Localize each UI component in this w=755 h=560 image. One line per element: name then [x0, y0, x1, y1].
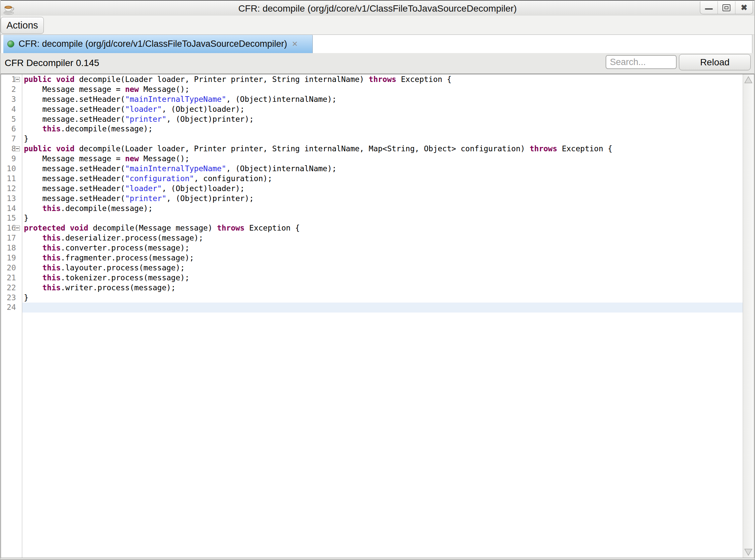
reload-button[interactable]: Reload — [679, 54, 751, 70]
token-keyword: throws — [529, 144, 557, 153]
fold-toggle-icon[interactable] — [15, 77, 20, 82]
token-text: message.setHeader( — [24, 174, 125, 183]
code-text[interactable]: message.setHeader("mainInternalTypeName"… — [22, 164, 743, 174]
code-text[interactable]: message.setHeader("printer", (Object)pri… — [22, 115, 743, 124]
code-text[interactable]: message.setHeader("configuration", confi… — [22, 174, 743, 184]
token-text — [24, 204, 42, 213]
code-text[interactable]: message.setHeader("loader", (Object)load… — [22, 184, 743, 194]
line-number: 3 — [11, 95, 16, 104]
gutter: 20 — [1, 263, 22, 273]
gutter: 18 — [1, 243, 22, 253]
window-controls: ✖ — [700, 1, 753, 14]
code-text[interactable]: } — [22, 134, 743, 144]
code-text[interactable]: message.setHeader("loader", (Object)load… — [22, 104, 743, 115]
tab-decompile[interactable]: CFR: decompile (org/jd/core/v1/ClassFile… — [3, 35, 313, 53]
tab-close-icon[interactable]: ✕ — [292, 40, 298, 48]
code-text[interactable]: protected void decompile(Message message… — [22, 223, 743, 233]
gutter: 14 — [1, 204, 22, 214]
code-line: 22 this.writer.process(message); — [1, 283, 743, 293]
close-button[interactable]: ✖ — [735, 1, 753, 14]
tab-bar: CFR: decompile (org/jd/core/v1/ClassFile… — [1, 35, 752, 54]
token-keyword: this — [42, 263, 60, 272]
token-keyword: this — [42, 254, 60, 262]
gutter: 8 — [1, 144, 22, 154]
menu-item-actions[interactable]: Actions — [1, 17, 44, 34]
token-text — [24, 234, 42, 242]
scroll-up-arrow-icon[interactable] — [744, 76, 753, 84]
code-text[interactable]: public void decompile(Loader loader, Pri… — [22, 144, 743, 154]
token-text: message.setHeader( — [24, 95, 125, 103]
line-number: 7 — [11, 134, 16, 144]
code-text[interactable]: this.decompile(message); — [22, 204, 743, 214]
line-number: 6 — [11, 124, 16, 134]
gutter: 10 — [1, 164, 22, 174]
token-text: } — [24, 134, 28, 143]
line-number: 19 — [7, 253, 16, 263]
title-bar: CFR: decompile (org/jd/core/v1/ClassFile… — [0, 0, 755, 17]
code-text[interactable]: this.tokenizer.process(message); — [22, 273, 743, 283]
code-text[interactable] — [22, 303, 743, 313]
token-string: "loader" — [125, 105, 162, 114]
maximize-button[interactable] — [717, 1, 735, 14]
token-string: "mainInternalTypeName" — [125, 95, 227, 103]
vertical-scrollbar[interactable] — [743, 74, 754, 558]
token-text — [24, 273, 42, 282]
token-keyword: public void — [24, 144, 74, 153]
menu-bar: Actions — [0, 16, 755, 35]
code-text[interactable]: message.setHeader("mainInternalTypeName"… — [22, 95, 743, 104]
token-keyword: this — [42, 243, 60, 252]
code-text[interactable]: this.fragmenter.process(message); — [22, 253, 743, 263]
gutter: 5 — [1, 115, 22, 124]
token-text: .converter.process(message); — [61, 243, 190, 252]
code-line: 8public void decompile(Loader loader, Pr… — [1, 144, 743, 154]
gutter: 24 — [1, 303, 22, 313]
fold-toggle-icon[interactable] — [15, 146, 20, 151]
gutter: 22 — [1, 283, 22, 293]
token-keyword: this — [42, 204, 60, 213]
search-input[interactable] — [605, 55, 677, 69]
token-text: Exception { — [396, 75, 451, 84]
code-text[interactable]: public void decompile(Loader loader, Pri… — [22, 75, 743, 85]
gutter: 4 — [1, 104, 22, 115]
code-text[interactable]: this.writer.process(message); — [22, 283, 743, 293]
code-editor[interactable]: 1public void decompile(Loader loader, Pr… — [1, 74, 754, 558]
line-number: 9 — [11, 154, 16, 164]
token-text: , configuration); — [194, 174, 272, 183]
code-text[interactable]: this.converter.process(message); — [22, 243, 743, 253]
minimize-button[interactable] — [700, 1, 717, 14]
line-number: 17 — [7, 233, 16, 243]
token-text: } — [24, 293, 28, 302]
gutter: 7 — [1, 134, 22, 144]
token-text: .decompile(message); — [61, 204, 153, 213]
code-line: 1public void decompile(Loader loader, Pr… — [1, 75, 743, 85]
code-text[interactable]: Message message = new Message(); — [22, 154, 743, 164]
token-keyword: protected void — [24, 224, 88, 232]
code-text[interactable]: message.setHeader("printer", (Object)pri… — [22, 194, 743, 204]
fold-toggle-icon[interactable] — [15, 225, 20, 231]
code-text[interactable]: this.layouter.process(message); — [22, 263, 743, 273]
token-string: "configuration" — [125, 174, 194, 183]
token-text — [24, 124, 42, 133]
code-text[interactable]: } — [22, 293, 743, 303]
token-text: Message(); — [139, 154, 189, 163]
token-keyword: new — [125, 154, 139, 163]
line-number: 12 — [7, 184, 16, 194]
token-text: message.setHeader( — [24, 164, 125, 173]
code-text[interactable]: } — [22, 213, 743, 223]
token-text: , (Object)printer); — [166, 194, 254, 203]
token-keyword: this — [42, 273, 60, 282]
gutter: 1 — [1, 75, 22, 85]
code-text[interactable]: this.decompile(message); — [22, 124, 743, 134]
code-line: 12 message.setHeader("loader", (Object)l… — [1, 184, 743, 194]
gutter: 9 — [1, 154, 22, 164]
token-text: .decompile(message); — [61, 124, 153, 133]
code-text[interactable]: Message message = new Message(); — [22, 85, 743, 95]
gutter: 11 — [1, 174, 22, 184]
token-keyword: throws — [369, 75, 396, 84]
decompiler-version-label: CFR Decompiler 0.145 — [5, 58, 99, 68]
scroll-down-arrow-icon[interactable] — [744, 548, 753, 556]
code-text[interactable]: this.deserializer.process(message); — [22, 233, 743, 243]
token-keyword: this — [42, 234, 60, 242]
token-text: , (Object)internalName); — [226, 95, 336, 103]
window-title: CFR: decompile (org/jd/core/v1/ClassFile… — [0, 3, 755, 14]
